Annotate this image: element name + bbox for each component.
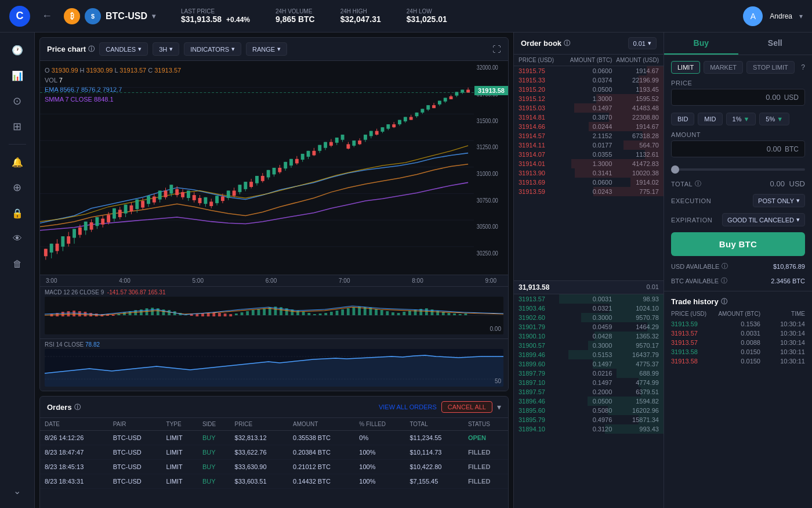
- table-row[interactable]: 8/23 18:45:13 BTC-USD LIMIT BUY $33,630.…: [40, 460, 508, 474]
- ob-bid-row[interactable]: 31902.60 0.3000 9570.78: [514, 313, 664, 322]
- mid-button[interactable]: MID: [698, 113, 722, 125]
- pct1-button[interactable]: 1% ▼: [726, 113, 756, 125]
- sidebar-icon-grid[interactable]: ⊞: [7, 116, 28, 137]
- ob-ask-row[interactable]: 31914.01 1.3000 41472.83: [514, 159, 664, 168]
- price-input-wrapper[interactable]: USD: [671, 89, 805, 106]
- svg-rect-218: [336, 311, 339, 315]
- sidebar-icon-expand[interactable]: ⌄: [7, 480, 28, 501]
- ob-bid-row[interactable]: 31897.79 0.0216 688.99: [514, 369, 664, 378]
- sidebar-icon-clock[interactable]: 🕐: [7, 39, 28, 60]
- svg-rect-130: [392, 124, 396, 127]
- ob-bid-row[interactable]: 31899.46 0.5153 16437.79: [514, 350, 664, 359]
- order-type-stop-limit[interactable]: STOP LIMIT: [746, 61, 795, 74]
- orderbook-info-icon[interactable]: ⓘ: [564, 39, 570, 48]
- bid-button[interactable]: BID: [671, 113, 694, 125]
- trading-pair[interactable]: ₿ $ BTC-USD ▾: [64, 8, 155, 24]
- svg-rect-178: [112, 315, 115, 316]
- ob-ask-row[interactable]: 31914.07 0.0355 1132.61: [514, 150, 664, 159]
- order-amount: 0.35538 BTC: [288, 431, 354, 445]
- view-all-orders-button[interactable]: VIEW ALL ORDERS: [379, 403, 437, 410]
- range-button[interactable]: RANGE ▾: [246, 42, 287, 56]
- ob-ask-row[interactable]: 31913.69 0.0600 1914.02: [514, 178, 664, 187]
- ask-price: 31914.81: [519, 114, 566, 121]
- sidebar-icon-chart[interactable]: 📊: [7, 65, 28, 86]
- table-row[interactable]: 8/23 18:47:47 BTC-USD LIMIT BUY $33,622.…: [40, 445, 508, 460]
- back-button[interactable]: ←: [42, 10, 52, 22]
- ob-ask-row[interactable]: 31914.11 0.0177 564.70: [514, 140, 664, 150]
- ob-bid-row[interactable]: 31897.10 0.1497 4774.99: [514, 378, 664, 387]
- indicators-button[interactable]: INDICATORS ▾: [184, 42, 241, 56]
- ob-ask-row[interactable]: 31914.81 0.3870 22308.80: [514, 113, 664, 122]
- bid-total: 993.43: [612, 426, 659, 433]
- sidebar-icon-circle[interactable]: ⊙: [7, 91, 28, 111]
- sidebar-icon-tag[interactable]: ⊕: [7, 177, 28, 198]
- order-type-help-icon[interactable]: ?: [801, 63, 805, 71]
- amount-input[interactable]: [677, 145, 781, 153]
- ob-bid-row[interactable]: 31899.60 0.1497 4775.37: [514, 359, 664, 369]
- expiration-select[interactable]: GOOD TIL CANCELED ▾: [722, 213, 805, 226]
- ob-ask-row[interactable]: 31913.90 0.3141 10020.38: [514, 168, 664, 178]
- ob-bid-row[interactable]: 31903.46 0.0321 1024.10: [514, 304, 664, 313]
- order-status: FILLED: [463, 460, 508, 474]
- table-row[interactable]: 8/26 14:12:26 BTC-USD LIMIT BUY $32,813.…: [40, 431, 508, 445]
- ob-bid-row[interactable]: 31901.79 0.0459 1464.29: [514, 322, 664, 332]
- bid-total: 6379.51: [612, 388, 659, 395]
- buy-btc-button[interactable]: Buy BTC: [671, 232, 805, 256]
- usd-avail-info-icon[interactable]: ⓘ: [722, 262, 728, 271]
- col-type: TYPE: [162, 418, 198, 431]
- ob-ask-row[interactable]: 31915.75 0.0600 1914.67: [514, 66, 664, 75]
- ob-bid-row[interactable]: 31913.57 0.0031 98.93: [514, 294, 664, 304]
- fullscreen-button[interactable]: ⛶: [492, 44, 501, 54]
- ob-ask-row[interactable]: 31913.59 0.0243 775.17: [514, 187, 664, 196]
- ob-bid-row[interactable]: 31895.60 0.5080 16202.96: [514, 406, 664, 415]
- pct5-button[interactable]: 5% ▼: [759, 113, 789, 125]
- x-label-5: 8:00: [412, 278, 423, 284]
- orders-expand-icon[interactable]: ▾: [497, 402, 501, 412]
- ob-ask-row[interactable]: 31915.20 0.0500 1193.45: [514, 85, 664, 94]
- tab-sell[interactable]: Sell: [738, 33, 813, 55]
- ob-ask-row[interactable]: 31914.66 0.0244 1914.67: [514, 122, 664, 131]
- orders-info-icon[interactable]: ⓘ: [74, 403, 81, 412]
- amount-input-wrapper[interactable]: BTC: [671, 140, 805, 157]
- cancel-all-button[interactable]: CANCEL ALL: [441, 401, 492, 413]
- ob-ask-row[interactable]: 31915.03 0.1497 41483.48: [514, 103, 664, 113]
- order-type-market[interactable]: MARKET: [704, 61, 743, 74]
- amount-slider[interactable]: [671, 168, 805, 171]
- trade-history-section: Trade history ⓘ PRICE (USD) AMOUNT (BTC)…: [664, 291, 812, 508]
- chart-info-icon[interactable]: ⓘ: [88, 45, 95, 53]
- ob-ask-row[interactable]: 31915.33 0.0374 22196.99: [514, 75, 664, 85]
- sidebar-icon-trash[interactable]: 🗑: [7, 254, 28, 275]
- ob-ask-row[interactable]: 31914.57 2.1152 67318.28: [514, 131, 664, 140]
- th-price: 31913.58: [671, 348, 716, 355]
- sidebar-icon-eye[interactable]: 👁: [7, 228, 28, 249]
- ob-bid-row[interactable]: 31900.57 0.3000 9570.17: [514, 341, 664, 350]
- orders-table-container: DATE PAIR TYPE SIDE PRICE AMOUNT % FILLE…: [40, 418, 508, 508]
- ob-ask-row[interactable]: 31915.12 1.3000 1595.52: [514, 94, 664, 103]
- ob-bid-row[interactable]: 31895.79 0.4976 15871.34: [514, 415, 664, 424]
- total-info-icon[interactable]: ⓘ: [695, 179, 702, 188]
- interval-button[interactable]: 3H ▾: [153, 42, 179, 56]
- sidebar-icon-bell[interactable]: 🔔: [7, 152, 28, 172]
- table-row[interactable]: 8/23 18:43:31 BTC-USD LIMIT BUY $33,603.…: [40, 474, 508, 489]
- price-input[interactable]: [677, 93, 781, 102]
- ob-bid-row[interactable]: 31896.46 0.0500 1594.82: [514, 397, 664, 406]
- usd-avail-value: $10,876.89: [773, 263, 805, 270]
- candles-button[interactable]: CANDLES ▾: [99, 42, 148, 56]
- sidebar-icon-lock[interactable]: 🔒: [7, 203, 28, 224]
- ask-amount: 0.0243: [566, 188, 612, 195]
- ob-col-headers: PRICE (USD) AMOUNT (BTC) AMOUNT (USD): [514, 55, 664, 66]
- ob-bid-row[interactable]: 31894.10 0.3120 993.43: [514, 424, 664, 434]
- app-logo: C: [9, 6, 30, 27]
- ob-bid-row[interactable]: 31897.57 0.2000 6379.51: [514, 387, 664, 397]
- tab-buy[interactable]: Buy: [664, 33, 738, 55]
- order-type-limit[interactable]: LIMIT: [671, 61, 700, 74]
- svg-rect-154: [461, 89, 464, 92]
- ob-bid-row[interactable]: 31900.10 0.0428 1365.32: [514, 332, 664, 341]
- trade-history-info-icon[interactable]: ⓘ: [721, 297, 727, 306]
- bid-total: 1594.82: [612, 398, 659, 405]
- btc-avail-info-icon[interactable]: ⓘ: [721, 276, 727, 285]
- execution-select[interactable]: POST ONLY ▾: [753, 194, 805, 207]
- svg-rect-229: [397, 313, 400, 315]
- svg-rect-211: [296, 311, 299, 315]
- ob-precision-selector[interactable]: 0.01 ▾: [628, 37, 657, 49]
